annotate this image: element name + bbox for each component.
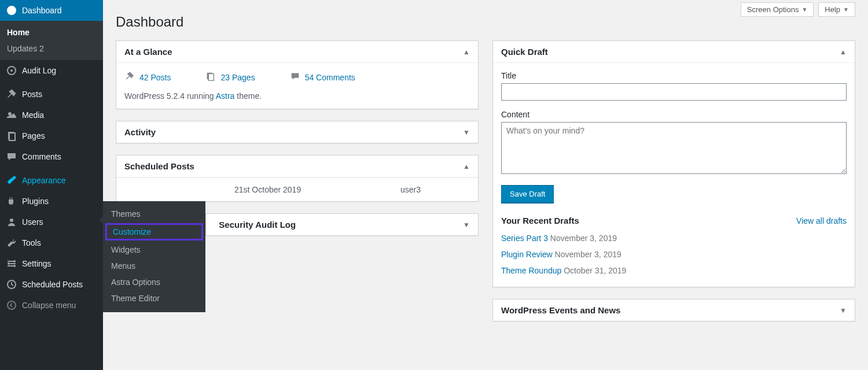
svg-point-9 <box>13 265 16 267</box>
widget-title: Quick Draft <box>501 47 548 57</box>
comment-icon <box>6 151 17 162</box>
submenu-item-themes[interactable]: Themes <box>103 206 205 222</box>
submenu-item-widgets[interactable]: Widgets <box>103 242 205 258</box>
wp-version-text: WordPress 5.2.4 running Astra theme. <box>124 91 470 101</box>
brush-icon <box>6 175 17 186</box>
submenu-item-customize[interactable]: Customize <box>105 223 203 240</box>
scheduled-row: 21st October 2019 user3 <box>116 177 478 201</box>
glance-posts-link[interactable]: 42 Posts <box>124 71 171 83</box>
sidebar-item-label: Media <box>22 110 44 120</box>
sidebar-item-scheduled-posts[interactable]: Scheduled Posts <box>0 274 103 295</box>
events-news-widget: WordPress Events and News ▼ <box>492 299 855 321</box>
svg-point-6 <box>10 219 13 222</box>
clock-icon <box>6 279 17 290</box>
widget-title: WordPress Events and News <box>501 305 620 315</box>
button-label: Help <box>825 5 840 14</box>
draft-link[interactable]: Series Part 3 <box>501 234 548 243</box>
sidebar-item-home[interactable]: Home <box>0 24 103 40</box>
scheduled-date: 21st October 2019 <box>234 185 400 194</box>
glance-label: 23 Pages <box>220 73 255 82</box>
collapse-up-icon[interactable]: ▲ <box>840 48 847 56</box>
widget-title: Activity <box>124 127 156 137</box>
widget-header[interactable]: At a Glance ▲ <box>116 41 478 63</box>
button-label: Screen Options <box>747 5 799 14</box>
sidebar-item-settings[interactable]: Settings <box>0 253 103 274</box>
draft-item: Theme Roundup October 31, 2019 <box>501 262 847 279</box>
dashboard-icon <box>6 5 17 16</box>
screen-options-button[interactable]: Screen Options ▼ <box>741 2 814 17</box>
glance-pages-link[interactable]: 23 Pages <box>205 71 255 83</box>
sidebar-item-updates[interactable]: Updates 2 <box>0 40 103 57</box>
sidebar-item-label: Users <box>22 217 43 227</box>
main-content: Screen Options ▼ Help ▼ Dashboard At a G… <box>103 0 868 370</box>
content-label: Content <box>501 110 847 119</box>
top-buttons: Screen Options ▼ Help ▼ <box>741 2 855 17</box>
sidebar-item-pages[interactable]: Pages <box>0 125 103 146</box>
glance-comments-link[interactable]: 54 Comments <box>290 71 355 83</box>
updates-badge: 2 <box>39 44 44 53</box>
sidebar-item-label: Plugins <box>22 197 49 206</box>
save-draft-button[interactable]: Save Draft <box>501 185 554 203</box>
widget-header[interactable]: Scheduled Posts ▲ <box>116 156 478 177</box>
help-button[interactable]: Help ▼ <box>818 2 855 17</box>
expand-down-icon[interactable]: ▼ <box>463 221 470 229</box>
collapse-up-icon[interactable]: ▲ <box>463 48 470 56</box>
glance-label: 42 Posts <box>139 73 171 82</box>
appearance-submenu: Themes Customize Widgets Menus Astra Opt… <box>103 201 205 312</box>
widget-title: Security Audit Log <box>214 220 296 230</box>
pin-icon <box>124 71 135 83</box>
flyout-arrow-icon <box>100 215 104 224</box>
sidebar-item-tools[interactable]: Tools <box>0 232 103 253</box>
submenu-item-menus[interactable]: Menus <box>103 258 205 274</box>
sidebar-item-label: Tools <box>22 238 41 247</box>
sliders-icon <box>6 258 17 269</box>
widget-title: At a Glance <box>124 47 172 57</box>
widget-header[interactable]: Quick Draft ▲ <box>493 41 855 63</box>
sidebar-item-plugins[interactable]: Plugins <box>0 191 103 212</box>
expand-down-icon[interactable]: ▼ <box>463 128 470 136</box>
svg-rect-13 <box>209 74 214 81</box>
audit-log-icon <box>6 65 17 76</box>
draft-date: November 3, 2019 <box>555 250 621 259</box>
sidebar-item-comments[interactable]: Comments <box>0 146 103 167</box>
glance-label: 54 Comments <box>305 73 355 82</box>
scheduled-user: user3 <box>400 185 470 194</box>
widget-header[interactable]: Activity ▼ <box>116 121 478 143</box>
draft-content-textarea[interactable] <box>501 122 847 174</box>
pages-icon <box>205 71 216 83</box>
sidebar-item-label: Audit Log <box>22 66 56 75</box>
title-label: Title <box>501 71 847 80</box>
sidebar-item-audit-log[interactable]: Audit Log <box>0 60 103 81</box>
pin-icon <box>6 88 17 100</box>
draft-link[interactable]: Plugin Review <box>501 250 553 259</box>
sidebar-item-appearance[interactable]: Appearance <box>0 170 103 191</box>
sidebar-item-media[interactable]: Media <box>0 105 103 125</box>
activity-widget: Activity ▼ <box>116 121 479 143</box>
security-audit-log-widget: Security Audit Log ▼ <box>205 213 479 236</box>
view-all-drafts-link[interactable]: View all drafts <box>796 216 847 225</box>
draft-link[interactable]: Theme Roundup <box>501 266 561 275</box>
sidebar-item-label: Collapse menu <box>22 301 76 310</box>
user-icon <box>6 216 17 228</box>
dashboard-submenu: Home Updates 2 <box>0 21 103 60</box>
expand-down-icon[interactable]: ▼ <box>840 306 847 314</box>
theme-link[interactable]: Astra <box>216 91 235 101</box>
sidebar-item-posts[interactable]: Posts <box>0 84 103 105</box>
draft-date: October 31, 2019 <box>564 266 626 275</box>
widget-header[interactable]: Security Audit Log ▼ <box>206 214 478 235</box>
submenu-item-theme-editor[interactable]: Theme Editor <box>103 290 205 306</box>
sidebar-item-label: Comments <box>22 152 61 161</box>
svg-point-8 <box>8 262 10 265</box>
collapse-icon <box>6 299 17 311</box>
pages-icon <box>6 130 17 142</box>
sidebar-item-dashboard[interactable]: Dashboard <box>0 0 103 21</box>
draft-title-input[interactable] <box>501 83 847 101</box>
recent-drafts-heading: Your Recent Drafts <box>501 216 579 225</box>
submenu-item-astra-options[interactable]: Astra Options <box>103 274 205 290</box>
collapse-up-icon[interactable]: ▲ <box>463 162 470 171</box>
widget-header[interactable]: WordPress Events and News ▼ <box>493 299 855 321</box>
sidebar-item-collapse[interactable]: Collapse menu <box>0 295 103 316</box>
draft-item: Series Part 3 November 3, 2019 <box>501 230 847 246</box>
sidebar-item-users[interactable]: Users <box>0 212 103 232</box>
draft-date: November 3, 2019 <box>550 234 617 243</box>
